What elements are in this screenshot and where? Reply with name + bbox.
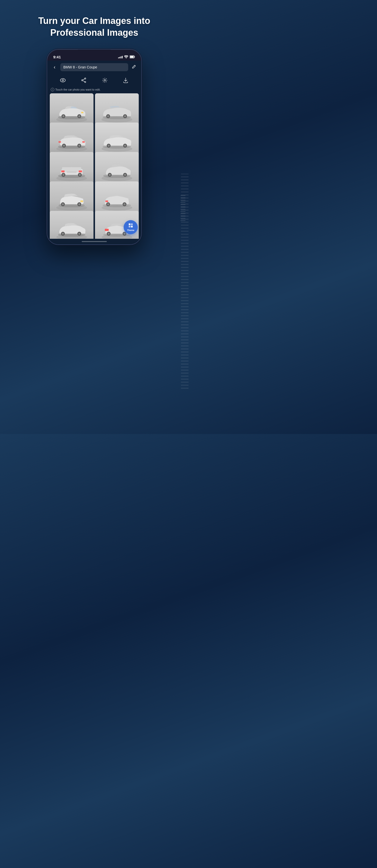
status-time: 9:41 (53, 55, 61, 59)
svg-point-19 (107, 115, 109, 117)
svg-point-13 (62, 115, 65, 117)
svg-point-5 (85, 78, 86, 79)
theme-fab-button[interactable]: Theme (124, 220, 138, 234)
phone-frame: 9:41 (46, 49, 142, 245)
phone-screen: ‹ (47, 61, 141, 244)
svg-point-31 (108, 145, 110, 147)
svg-point-7 (85, 81, 86, 83)
car-title-input[interactable] (60, 63, 128, 71)
app-header: ‹ (47, 61, 141, 74)
home-bar (82, 241, 107, 242)
back-button[interactable]: ‹ (51, 64, 58, 70)
svg-rect-1 (134, 56, 135, 57)
svg-point-62 (62, 233, 64, 235)
svg-rect-40 (61, 170, 65, 173)
svg-point-3 (60, 79, 65, 82)
svg-point-37 (62, 174, 65, 176)
svg-point-39 (79, 174, 81, 176)
svg-point-56 (107, 203, 109, 206)
headline-line1: Turn your Car Images into (38, 16, 150, 26)
theme-fab-label: Theme (127, 229, 134, 231)
download-button[interactable] (121, 76, 130, 85)
svg-point-52 (78, 203, 80, 206)
svg-point-58 (124, 203, 126, 206)
info-message: i Touch the car photo you want to edit. (51, 88, 138, 91)
photo-cell-2[interactable] (95, 93, 139, 126)
svg-point-24 (63, 145, 65, 147)
svg-rect-74 (129, 226, 131, 227)
svg-line-9 (83, 79, 85, 80)
decorative-stripes (180, 195, 185, 221)
svg-point-10 (104, 80, 106, 81)
svg-point-64 (78, 233, 80, 235)
photo-cell-7[interactable] (50, 181, 94, 214)
share-button[interactable] (79, 76, 88, 85)
photo-cell-8[interactable] (95, 181, 139, 214)
svg-line-8 (83, 81, 85, 82)
preview-button[interactable] (58, 76, 67, 85)
settings-button[interactable] (100, 76, 109, 85)
svg-point-50 (62, 203, 64, 206)
headline-line2: Professional Images (50, 27, 138, 38)
svg-point-69 (124, 233, 126, 235)
svg-rect-53 (80, 200, 83, 202)
wifi-icon (124, 55, 128, 59)
svg-point-15 (78, 115, 80, 117)
svg-point-21 (124, 115, 126, 117)
svg-point-45 (109, 174, 111, 176)
info-bar: i Touch the car photo you want to edit. (47, 87, 141, 93)
svg-rect-71 (105, 229, 109, 231)
photo-cell-1[interactable] (50, 93, 94, 126)
svg-rect-59 (105, 200, 108, 202)
svg-rect-75 (131, 226, 133, 227)
photo-cell-5[interactable] (50, 152, 94, 184)
info-icon: i (51, 88, 54, 91)
photo-cell-6[interactable] (95, 152, 139, 184)
svg-point-47 (124, 174, 126, 176)
theme-fab-icon (128, 223, 133, 229)
svg-rect-42 (67, 171, 76, 173)
photo-cell-3[interactable] (50, 123, 94, 155)
status-icons (118, 55, 135, 59)
app-toolbar (47, 74, 141, 87)
photo-grid: Theme (47, 93, 141, 239)
page-headline: Turn your Car Images into Professional I… (23, 0, 165, 49)
photo-cell-9[interactable] (50, 211, 94, 239)
svg-rect-28 (82, 141, 85, 143)
svg-rect-41 (79, 170, 82, 173)
svg-rect-2 (130, 56, 134, 58)
svg-rect-73 (131, 223, 133, 225)
svg-point-33 (124, 145, 126, 147)
phone-notch (78, 50, 111, 57)
photo-cell-4[interactable] (95, 123, 139, 155)
svg-point-6 (82, 80, 83, 81)
svg-rect-16 (81, 112, 83, 113)
home-indicator (47, 239, 141, 244)
signal-icon (118, 56, 123, 58)
svg-point-67 (108, 233, 110, 235)
edit-button[interactable] (130, 65, 138, 70)
svg-point-26 (78, 145, 80, 147)
svg-point-4 (62, 80, 64, 81)
svg-rect-72 (129, 223, 131, 225)
svg-rect-27 (59, 141, 61, 143)
battery-icon (130, 55, 135, 59)
